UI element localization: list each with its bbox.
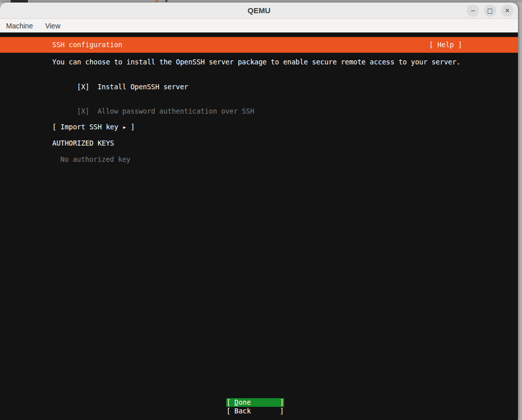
minimize-button[interactable]: − — [467, 5, 479, 17]
menu-machine[interactable]: Machine — [5, 21, 34, 31]
bracket: [ — [226, 407, 231, 415]
back-button[interactable]: [ Back ] — [226, 407, 284, 415]
background-window-icon-fragment — [156, 0, 158, 2]
background-window-icon-fragment — [165, 0, 167, 2]
maximize-button[interactable]: □ — [484, 5, 496, 17]
vm-display: SSH configuration [ Help ] You can choos… — [0, 32, 518, 419]
page-title: SSH configuration — [52, 37, 122, 53]
menubar: Machine View — [0, 19, 518, 32]
checkbox-state: [X] — [77, 107, 89, 115]
close-icon: ✕ — [505, 7, 510, 14]
checkbox-allow-password-auth[interactable]: [X]Allow password authentication over SS… — [52, 98, 254, 107]
done-button[interactable]: [ Done ] — [226, 398, 284, 407]
authorized-keys-heading: AUTHORIZED KEYS — [52, 139, 114, 148]
bracket: ] — [280, 407, 284, 415]
no-authorized-key-text: No authorized key — [60, 155, 130, 164]
installer-header-bar: SSH configuration [ Help ] — [0, 37, 518, 53]
checkbox-install-openssh[interactable]: [X]Install OpenSSH server — [52, 74, 188, 83]
minimize-icon: − — [470, 7, 475, 14]
import-ssh-key-button[interactable]: [ Import SSH key ▸ ] — [52, 123, 135, 131]
menu-view[interactable]: View — [44, 21, 61, 31]
qemu-window: QEMU − □ ✕ Machine View SSH configuratio… — [0, 3, 518, 420]
maximize-icon: □ — [487, 7, 493, 14]
bracket: ] — [280, 398, 284, 407]
close-button[interactable]: ✕ — [501, 5, 513, 17]
checkbox-label: Allow password authentication over SSH — [97, 107, 254, 115]
intro-text: You can choose to install the OpenSSH se… — [52, 58, 461, 66]
bracket: [ — [226, 398, 231, 407]
titlebar[interactable]: QEMU − □ ✕ — [0, 3, 518, 19]
checkbox-label: Install OpenSSH server — [97, 83, 188, 91]
back-button-label: Back — [231, 407, 280, 415]
window-title: QEMU — [0, 3, 518, 19]
done-button-label: Done — [231, 398, 280, 407]
checkbox-state: [X] — [77, 83, 89, 91]
window-controls: − □ ✕ — [467, 5, 513, 17]
help-button[interactable]: [ Help ] — [429, 37, 462, 53]
